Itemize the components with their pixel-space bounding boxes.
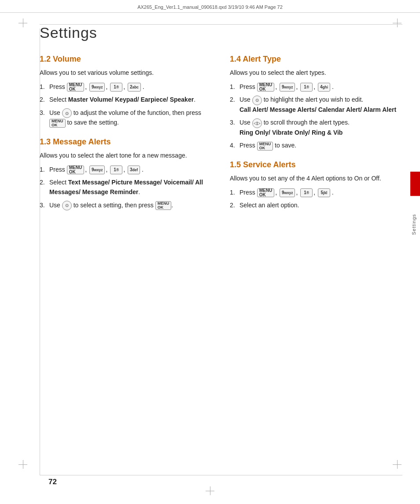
- section-1-3: 1.3 Message Alerts Allows you to select …: [40, 137, 212, 210]
- crosshair-bottom-center: [206, 486, 214, 495]
- crosshair-top-left: [18, 18, 27, 27]
- key-menu-ok-1-5: MENUOK: [257, 188, 274, 197]
- section-1-5-step-2: 2. Select an alert option.: [230, 201, 402, 210]
- nav-key-1-2: ⊙: [62, 108, 72, 118]
- page-number: 72: [48, 478, 57, 486]
- key-1-1-3: 1®: [110, 166, 122, 174]
- key-4ghi: 4ghi: [318, 83, 330, 92]
- nav-key2-1-4: ◁▷: [252, 118, 262, 128]
- section-1-4-step-3: 3. Use ◁▷ to scroll through the alert ty…: [230, 118, 402, 137]
- key-3def: 3def: [128, 166, 140, 174]
- page-title: Settings: [40, 24, 402, 41]
- step-2-bold: Master Volume/ Keypad/ Earpiece/ Speaker: [68, 96, 194, 103]
- columns-layout: 1.2 Volume Allows you to set various vol…: [40, 55, 402, 220]
- step-2-bold-1-3: Text Message/ Picture Message/ Voicemail…: [49, 179, 203, 195]
- key-9wxyz-1-3: 9wxyz: [89, 166, 105, 174]
- section-1-2: 1.2 Volume Allows you to set various vol…: [40, 55, 212, 128]
- key-5jkl: 5jkl: [318, 188, 330, 197]
- key-2abc: 2abc: [128, 83, 141, 92]
- key-menu-ok-1-4: MENUOK: [257, 83, 274, 92]
- section-1-2-step-3: 3. Use ⊙ to adjust the volume of the fun…: [40, 108, 212, 128]
- crosshair-bottom-left: [18, 460, 27, 469]
- key-menu-ok-1-4b: MENUOK: [257, 142, 273, 151]
- section-1-3-intro: Allows you to select the alert tone for …: [40, 151, 212, 161]
- section-1-3-title: 1.3 Message Alerts: [40, 137, 212, 147]
- key-1-1-4: 1®: [300, 83, 313, 92]
- section-1-2-title: 1.2 Volume: [40, 55, 212, 64]
- key-9wxyz-1-5: 9wxyz: [280, 188, 295, 197]
- section-1-3-step-2: 2. Select Text Message/ Picture Message/…: [40, 178, 212, 197]
- right-column: 1.4 Alert Type Allows you to select the …: [230, 55, 402, 220]
- key-1: 1®: [110, 83, 122, 92]
- side-tab-label: Settings: [411, 214, 416, 235]
- section-1-5-title: 1.5 Service Alerts: [230, 160, 402, 169]
- key-9wxyz-1-4: 9wxyz: [280, 83, 295, 92]
- section-1-4-title: 1.4 Alert Type: [230, 55, 402, 64]
- left-column: 1.2 Volume Allows you to set various vol…: [40, 55, 212, 220]
- alert-types-ring: Ring Only/ Vibrate Only/ Ring & Vib: [239, 129, 343, 136]
- key-menu-ok-save: MENUOK: [49, 119, 66, 128]
- section-1-2-step-1: 1. Press MENUOK, 9wxyz, 1®, 2abc .: [40, 82, 212, 92]
- nav-key-1-4: ⊙: [252, 96, 262, 105]
- alert-types-1-4: Call Alert/ Message Alerts/ Calendar Ale…: [239, 106, 396, 113]
- section-1-3-step-3: 3. Use ⊙ to select a setting, then press…: [40, 201, 212, 210]
- key-menu-ok: MENUOK: [67, 83, 84, 92]
- key-9wxyz: 9wxyz: [89, 83, 105, 92]
- section-1-4-step-1: 1. Press MENUOK, 9wxyz, 1®, 4ghi .: [230, 82, 402, 92]
- key-menu-ok-1-3: MENUOK: [67, 166, 84, 174]
- side-tab: Settings: [408, 185, 420, 264]
- section-1-4-step-2: 2. Use ⊙ to highlight the alert you wish…: [230, 95, 402, 114]
- page-header: AX265_Eng_Ver1.1_manual_090618.qxd 3/19/…: [0, 4, 420, 13]
- key-menu-ok-1-3b: MENUOK: [155, 201, 172, 210]
- section-1-4: 1.4 Alert Type Allows you to select the …: [230, 55, 402, 151]
- section-1-2-intro: Allows you to set various volume setting…: [40, 68, 212, 78]
- section-1-4-intro: Allows you to select the alert types.: [230, 68, 402, 78]
- section-1-5-intro: Allows you to set any of the 4 Alert opt…: [230, 174, 402, 184]
- section-1-5: 1.5 Service Alerts Allows you to set any…: [230, 160, 402, 210]
- section-1-5-step-1: 1. Press MENUOK, 9wxyz, 1®, 5jkl .: [230, 188, 402, 198]
- key-1-1-5: 1®: [300, 188, 313, 197]
- nav-key-1-3: ⊙: [62, 201, 72, 210]
- side-tab-bar: [410, 172, 420, 196]
- section-1-4-step-4: 4. Press MENUOK to save.: [230, 141, 402, 151]
- section-1-3-step-1: 1. Press MENUOK, 9wxyz, 1®, 3def .: [40, 165, 212, 175]
- content-area: Settings 1.2 Volume Allows you to set va…: [40, 24, 402, 478]
- section-1-2-step-2: 2. Select Master Volume/ Keypad/ Earpiec…: [40, 95, 212, 105]
